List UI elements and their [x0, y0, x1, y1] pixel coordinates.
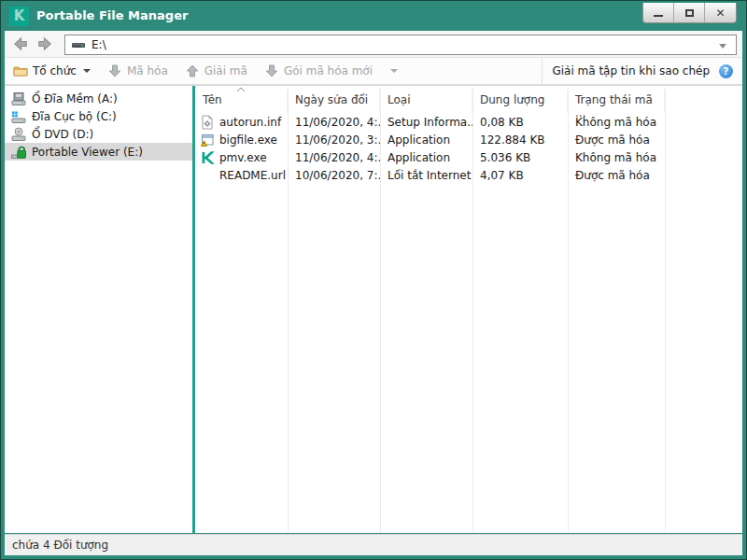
lock-drive-icon: [11, 145, 26, 160]
maximize-button[interactable]: [674, 3, 705, 22]
file-list: Tên Ngày sửa đổi Loại Dung lượng Trạng t…: [195, 86, 742, 533]
arrow-down-icon: [264, 63, 279, 78]
toolbar: Tổ chức Mã hóa Giải mã Gói mã hóa mới Gi…: [5, 58, 742, 85]
column-header-modified[interactable]: Ngày sửa đổi: [288, 90, 380, 112]
column-header-type[interactable]: Loại: [380, 90, 472, 112]
sidebar-item-dvd-d[interactable]: Ổ DVD (D:): [5, 125, 192, 143]
file-modified: 11/06/2020, 4:...: [288, 151, 380, 164]
status-text: chứa 4 Đối tượng: [12, 539, 108, 552]
back-button[interactable]: [12, 35, 29, 52]
file-name: pmv.exe: [219, 151, 267, 164]
file-modified: 11/06/2020, 4:...: [288, 116, 380, 129]
floppy-drive-icon: [11, 91, 26, 106]
decrypt-on-copy-section: Giải mã tập tin khi sao chép ?: [542, 58, 742, 84]
file-encryption-status: Được mã hóa: [568, 169, 665, 182]
folder-icon: [13, 63, 28, 78]
minimize-icon: [654, 15, 663, 17]
file-modified: 10/06/2020, 7:...: [288, 169, 380, 182]
local-disk-icon: [11, 109, 26, 124]
file-row-bigfile-exe[interactable]: bigfile.exe 11/06/2020, 3:... Applicatio…: [195, 131, 742, 148]
sidebar-item-label: Ổ DVD (D:): [32, 128, 93, 141]
status-bar: chứa 4 Đối tượng: [5, 534, 742, 555]
organize-dropdown-icon: [83, 69, 91, 73]
kaspersky-k-icon: [200, 150, 215, 165]
forward-icon: [36, 35, 53, 52]
encrypt-button[interactable]: Mã hóa: [99, 60, 176, 82]
new-package-dropdown-icon: [390, 69, 398, 73]
window-controls: ✕: [642, 3, 737, 23]
file-type: Application: [380, 151, 472, 164]
column-header-size[interactable]: Dung lượng: [472, 90, 568, 112]
file-encryption-status: Không mã hóa: [568, 116, 665, 129]
forward-button[interactable]: [36, 35, 53, 52]
file-size: 5.036 KB: [472, 151, 568, 164]
new-encrypted-package-label: Gói mã hóa mới: [284, 64, 373, 77]
arrow-down-icon: [107, 63, 122, 78]
no-icon: [200, 168, 215, 183]
file-encryption-status: Không mã hóa: [568, 151, 665, 164]
file-encryption-status: Được mã hóa: [568, 133, 665, 147]
arrow-up-icon: [185, 63, 200, 78]
new-encrypted-package-button[interactable]: Gói mã hóa mới: [256, 60, 406, 82]
sort-ascending-icon: [236, 87, 246, 92]
decrypt-label: Giải mã: [204, 64, 247, 77]
organize-label: Tổ chức: [33, 64, 77, 77]
list-header: Tên Ngày sửa đổi Loại Dung lượng Trạng t…: [195, 90, 742, 112]
file-size: 4,07 KB: [472, 169, 568, 182]
maximize-icon: [685, 9, 694, 17]
navigation-bar: E:\: [5, 31, 742, 58]
file-row-autorun-inf[interactable]: autorun.inf 11/06/2020, 4:... Setup Info…: [195, 113, 742, 131]
file-size: 0,08 KB: [472, 116, 568, 129]
file-row-readme-url[interactable]: README.url 10/06/2020, 7:... Lối tắt Int…: [195, 166, 742, 184]
drive-sidebar: Ổ Đĩa Mềm (A:) Đĩa Cục bộ (C:): [5, 86, 192, 533]
sidebar-item-label: Portable Viewer (E:): [32, 146, 143, 159]
column-header-status[interactable]: Trạng thái mã ...: [568, 90, 665, 112]
main-area: Ổ Đĩa Mềm (A:) Đĩa Cục bộ (C:): [5, 85, 742, 533]
address-text: E:\: [92, 38, 106, 51]
file-name: bigfile.exe: [219, 133, 277, 147]
app-window: K Portable File Manager ✕ E:\: [0, 0, 747, 560]
file-modified: 11/06/2020, 3:...: [288, 133, 380, 147]
window-title: Portable File Manager: [36, 8, 188, 22]
sidebar-item-portable-viewer-e[interactable]: Portable Viewer (E:): [5, 143, 192, 161]
file-row-pmv-exe[interactable]: pmv.exe 11/06/2020, 4:... Application 5.…: [195, 148, 742, 166]
title-bar: K Portable File Manager ✕: [5, 4, 742, 31]
minimize-button[interactable]: [643, 3, 674, 22]
encrypt-label: Mã hóa: [127, 64, 168, 77]
address-dropdown-icon[interactable]: [719, 44, 726, 49]
drive-icon: [71, 37, 86, 52]
file-rows: autorun.inf 11/06/2020, 4:... Setup Info…: [195, 113, 742, 184]
exe-file-icon: [200, 133, 215, 147]
sidebar-item-label: Ổ Đĩa Mềm (A:): [32, 92, 118, 105]
file-type: Lối tắt Internet: [380, 169, 472, 182]
sidebar-item-local-disk-c[interactable]: Đĩa Cục bộ (C:): [5, 107, 192, 125]
file-name: autorun.inf: [219, 116, 281, 129]
file-name: README.url: [219, 169, 286, 182]
kaspersky-logo-icon: K: [9, 7, 29, 26]
file-size: 122.884 KB: [472, 133, 568, 147]
sidebar-item-label: Đĩa Cục bộ (C:): [32, 110, 117, 123]
inf-file-icon: [200, 115, 215, 130]
help-icon[interactable]: ?: [719, 64, 733, 78]
back-icon: [12, 35, 29, 52]
column-header-name[interactable]: Tên: [195, 90, 288, 112]
file-type: Setup Informa...: [380, 116, 472, 129]
decrypt-button[interactable]: Giải mã: [176, 60, 256, 82]
dvd-drive-icon: [11, 127, 26, 142]
organize-button[interactable]: Tổ chức: [5, 60, 99, 82]
address-bar[interactable]: E:\: [64, 35, 737, 55]
close-button[interactable]: ✕: [705, 3, 736, 22]
close-icon: ✕: [715, 7, 725, 19]
file-type: Application: [380, 133, 472, 147]
decrypt-on-copy-label: Giải mã tập tin khi sao chép: [552, 64, 710, 77]
sidebar-item-floppy-a[interactable]: Ổ Đĩa Mềm (A:): [5, 90, 192, 107]
